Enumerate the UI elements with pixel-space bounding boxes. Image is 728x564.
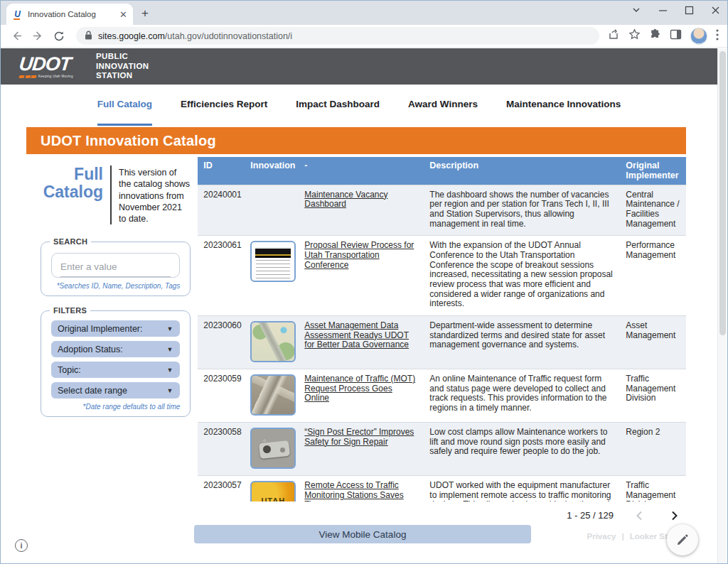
sidebar-heading-divider bbox=[110, 166, 112, 224]
scrollbar-thumb[interactable] bbox=[719, 51, 726, 335]
address-bar[interactable]: sites.google.com/utah.gov/udotinnovation… bbox=[76, 27, 599, 45]
filter-original-implementer[interactable]: Original Implementer: ▼ bbox=[51, 320, 180, 337]
thumbnail-aerial-map-illustration[interactable] bbox=[250, 321, 296, 362]
page-title: UDOT Innovation Catalog bbox=[41, 133, 216, 149]
pagination-range: 1 - 25 / 129 bbox=[567, 510, 614, 521]
forward-button[interactable] bbox=[29, 28, 46, 45]
close-window-button[interactable] bbox=[711, 6, 720, 15]
window-menu-chevron-icon[interactable] bbox=[631, 5, 641, 15]
reload-button[interactable] bbox=[50, 28, 68, 45]
innovation-link[interactable]: Proposal Review Process for Utah Transpo… bbox=[304, 240, 414, 269]
tab-strip: U Innovation Catalog ✕ + bbox=[1, 1, 727, 25]
browser-tab[interactable]: U Innovation Catalog ✕ bbox=[6, 4, 133, 25]
thumbnail-utah-map-graphic[interactable]: UTAH bbox=[250, 481, 296, 501]
table-header-row: ID Innovation - Description Original Imp… bbox=[198, 157, 686, 185]
cell-description: An online Maintenance of Traffic request… bbox=[424, 369, 620, 422]
innovation-link[interactable]: Asset Management Data Assessment Readys … bbox=[304, 320, 409, 349]
cell-implementer: Asset Management bbox=[620, 316, 686, 369]
page-content: UDOT Keeping Utah Moving PUBLIC INNOVATI… bbox=[1, 48, 717, 563]
udot-logo-orange-blocks bbox=[19, 75, 36, 78]
cell-id: 20230057 bbox=[198, 476, 245, 501]
cell-implementer: Central Maintenance / Facilities Managem… bbox=[620, 185, 686, 236]
chevron-down-icon: ▼ bbox=[166, 367, 173, 374]
side-panel-icon[interactable] bbox=[670, 28, 682, 43]
browser-menu-kebab-icon[interactable] bbox=[716, 29, 719, 43]
table-body: 20240001 Maintenance Vacancy Dashboard T… bbox=[198, 185, 686, 501]
filter-label: Select date range bbox=[58, 386, 127, 396]
pencil-icon bbox=[676, 533, 689, 546]
date-range-note: *Date range defaults to all time bbox=[50, 403, 180, 411]
site-title-line2: INNOVATION bbox=[96, 62, 149, 72]
nav-tab-impact-dashboard[interactable]: Impact Dashboard bbox=[296, 85, 380, 126]
cell-implementer: Traffic Management Division bbox=[620, 476, 686, 501]
profile-avatar[interactable] bbox=[690, 28, 707, 45]
new-tab-button[interactable]: + bbox=[141, 6, 149, 21]
info-icon[interactable]: i bbox=[15, 539, 28, 552]
nav-tab-full-catalog[interactable]: Full Catalog bbox=[97, 85, 152, 126]
filter-adoption-status[interactable]: Adoption Status: ▼ bbox=[51, 341, 180, 357]
udot-logo-tagline: Keeping Utah Moving bbox=[38, 75, 73, 78]
filter-topic[interactable]: Topic: ▼ bbox=[51, 362, 180, 378]
nav-tab-efficiencies-report[interactable]: Efficiencies Report bbox=[181, 85, 267, 126]
nav-tab-maintenance-innovations[interactable]: Maintenance Innovations bbox=[506, 85, 621, 126]
cell-thumbnail bbox=[245, 185, 299, 236]
view-mobile-catalog-button[interactable]: View Mobile Catalog bbox=[194, 525, 531, 543]
next-page-button[interactable] bbox=[666, 508, 682, 524]
thumbnail-document-screenshot[interactable] bbox=[250, 241, 296, 282]
site-title-line3: STATION bbox=[96, 71, 149, 81]
filters-panel: FILTERS Original Implementer: ▼ Adoption… bbox=[41, 306, 191, 417]
cell-implementer: Performance Management bbox=[620, 236, 686, 315]
edit-pencil-fab[interactable] bbox=[667, 524, 698, 555]
extensions-puzzle-icon[interactable] bbox=[649, 28, 661, 43]
maximize-button[interactable] bbox=[685, 6, 694, 15]
search-panel: SEARCH *Searches ID, Name, Description, … bbox=[41, 237, 191, 296]
innovation-link[interactable]: Maintenance of Traffic (MOT) Request Pro… bbox=[304, 374, 415, 403]
nav-tab-award-winners[interactable]: Award Winners bbox=[408, 85, 478, 126]
back-button[interactable] bbox=[8, 28, 25, 45]
pagination: 1 - 25 / 129 bbox=[198, 501, 686, 526]
thumbnail-highway-interchange-photo[interactable] bbox=[250, 374, 296, 416]
innovation-link[interactable]: “Sign Post Erector” Improves Safety for … bbox=[304, 427, 414, 447]
cell-description: With the expansion of the UDOT Annual Co… bbox=[424, 236, 620, 315]
column-header-original-implementer: Original Implementer bbox=[620, 157, 686, 185]
search-input[interactable] bbox=[60, 261, 171, 277]
thumbnail-sign-post-clamp-photo[interactable] bbox=[250, 428, 296, 469]
table-row: 20230057 UTAH Remote Access to Traffic M… bbox=[198, 475, 686, 501]
bookmark-star-icon[interactable] bbox=[628, 28, 641, 43]
url-text: sites.google.com/utah.gov/udotinnovation… bbox=[98, 31, 292, 41]
column-header-id: ID bbox=[198, 157, 245, 185]
innovation-link[interactable]: Maintenance Vacancy Dashboard bbox=[304, 190, 387, 210]
innovation-link[interactable]: Remote Access to Traffic Monitoring Stat… bbox=[304, 480, 403, 501]
catalog-sidebar: Full Catalog This version of the catalog… bbox=[26, 154, 198, 541]
page-scrollbar[interactable] bbox=[717, 48, 727, 563]
filter-date-range[interactable]: Select date range ▼ bbox=[51, 382, 180, 398]
filters-panel-legend: FILTERS bbox=[50, 306, 90, 315]
cell-implementer: Region 2 bbox=[620, 423, 686, 475]
cell-description: Low cost clamps allow Maintenance worker… bbox=[424, 423, 620, 475]
tab-close-icon[interactable]: ✕ bbox=[119, 9, 127, 20]
privacy-link[interactable]: Privacy bbox=[587, 532, 616, 541]
url-domain: sites.google.com bbox=[98, 31, 165, 41]
table-row: 20230061 Proposal Review Process for Uta… bbox=[198, 235, 686, 315]
site-nav: Full Catalog Efficiencies Report Impact … bbox=[1, 85, 717, 126]
share-icon[interactable] bbox=[608, 28, 620, 43]
site-title: PUBLIC INNOVATION STATION bbox=[96, 52, 149, 81]
udot-site-header: UDOT Keeping Utah Moving PUBLIC INNOVATI… bbox=[1, 48, 717, 85]
chevron-down-icon: ▼ bbox=[166, 387, 173, 394]
table-row: 20230060 Asset Management Data Assessmen… bbox=[198, 315, 686, 369]
cell-description: Department-wide assessment to determine … bbox=[424, 316, 620, 369]
site-title-line1: PUBLIC bbox=[96, 52, 149, 62]
minimize-button[interactable] bbox=[658, 6, 668, 15]
cell-id: 20240001 bbox=[198, 185, 245, 236]
table-row: 20240001 Maintenance Vacancy Dashboard T… bbox=[198, 185, 686, 236]
cell-implementer: Traffic Management Division bbox=[620, 369, 686, 422]
sidebar-heading-line1: Full bbox=[41, 166, 103, 183]
column-header-description: Description bbox=[424, 157, 620, 185]
column-header-innovation: Innovation bbox=[245, 157, 299, 185]
previous-page-button[interactable] bbox=[632, 508, 648, 524]
cell-id: 20230058 bbox=[198, 423, 245, 475]
cell-description: UDOT worked with the equipment manufactu… bbox=[424, 476, 620, 501]
sidebar-heading: Full Catalog bbox=[41, 166, 103, 224]
thumbnail-utah-label: UTAH bbox=[252, 497, 294, 501]
filter-label: Topic: bbox=[58, 365, 81, 375]
